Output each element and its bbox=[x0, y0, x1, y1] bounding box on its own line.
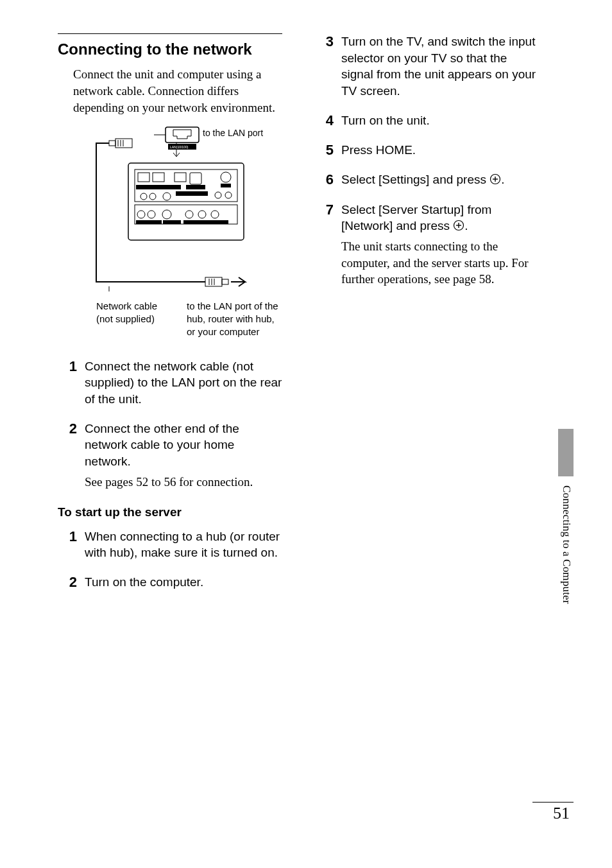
step-text: Connect the network cable (not supplied)… bbox=[85, 358, 282, 408]
steps-startup-a: 1 When connecting to a hub (or router wi… bbox=[58, 528, 282, 591]
ethernet-plug-icon bbox=[205, 277, 228, 286]
svg-rect-34 bbox=[205, 277, 222, 286]
enter-icon bbox=[489, 173, 501, 185]
step-note: The unit starts connecting to the comput… bbox=[341, 238, 539, 288]
svg-point-16 bbox=[225, 192, 232, 198]
step-number: 3 bbox=[314, 33, 341, 100]
svg-rect-29 bbox=[109, 141, 115, 146]
section-title: Connecting to the network bbox=[58, 39, 282, 60]
svg-point-7 bbox=[221, 172, 231, 182]
svg-rect-24 bbox=[163, 220, 181, 224]
step-item: 3 Turn on the TV, and switch the input s… bbox=[314, 33, 539, 100]
svg-point-18 bbox=[148, 211, 155, 218]
enter-icon bbox=[453, 220, 464, 231]
left-column: Connecting to the network Connect the un… bbox=[58, 33, 282, 604]
step-number: 1 bbox=[58, 528, 85, 561]
step-item: 1 When connecting to a hub (or router wi… bbox=[58, 528, 282, 561]
step-item: 5 Press HOME. bbox=[314, 142, 539, 159]
step-item: 2 Turn on the computer. bbox=[58, 574, 282, 591]
svg-point-19 bbox=[162, 210, 171, 219]
svg-rect-4 bbox=[153, 173, 164, 182]
svg-rect-23 bbox=[136, 220, 162, 224]
step-text: Turn on the unit. bbox=[341, 112, 539, 129]
page: Connecting to the network Connect the un… bbox=[0, 0, 612, 868]
svg-rect-3 bbox=[138, 173, 149, 182]
svg-rect-10 bbox=[186, 185, 205, 189]
steps-startup-b: 3 Turn on the TV, and switch the input s… bbox=[314, 33, 539, 288]
svg-point-21 bbox=[198, 211, 206, 218]
svg-rect-5 bbox=[174, 173, 186, 182]
step-text: When connecting to a hub (or router with… bbox=[85, 528, 282, 561]
step-text: Select [Server Startup] from [Network] a… bbox=[341, 202, 539, 288]
step-main: Connect the other end of the network cab… bbox=[85, 422, 239, 468]
ethernet-plug-icon bbox=[109, 139, 132, 148]
diagram-caption-left: Network cable (not supplied) bbox=[96, 300, 174, 339]
step-note: See pages 52 to 56 for connection. bbox=[85, 474, 282, 490]
step-text: Connect the other end of the network cab… bbox=[85, 421, 282, 490]
svg-point-11 bbox=[140, 193, 147, 200]
step-item: 4 Turn on the unit. bbox=[314, 112, 539, 129]
connection-diagram: to the LAN port LAN(10/100) bbox=[77, 125, 282, 338]
svg-point-12 bbox=[149, 193, 156, 200]
step-item: 6 Select [Settings] and press . bbox=[314, 171, 539, 188]
right-column: 3 Turn on the TV, and switch the input s… bbox=[314, 33, 539, 604]
sub-heading: To start up the server bbox=[58, 504, 282, 521]
steps-connection: 1 Connect the network cable (not supplie… bbox=[58, 358, 282, 490]
step-number: 2 bbox=[58, 421, 85, 490]
svg-rect-6 bbox=[190, 173, 201, 184]
lan-chip-label: LAN(10/100) bbox=[170, 145, 189, 149]
step-number: 6 bbox=[314, 171, 341, 188]
diagram-captions: Network cable (not supplied) to the LAN … bbox=[77, 300, 282, 339]
svg-point-20 bbox=[185, 211, 193, 218]
section-tab bbox=[558, 429, 574, 476]
step-number: 1 bbox=[58, 358, 85, 408]
step-number: 4 bbox=[314, 112, 341, 129]
svg-rect-25 bbox=[183, 220, 228, 224]
content-columns: Connecting to the network Connect the un… bbox=[58, 33, 574, 604]
section-side-label: Connecting to a Computer bbox=[559, 483, 574, 604]
lan-port-label: to the LAN port bbox=[203, 128, 263, 138]
svg-point-13 bbox=[163, 193, 171, 200]
svg-point-17 bbox=[137, 211, 145, 218]
svg-rect-14 bbox=[176, 191, 208, 196]
svg-rect-8 bbox=[221, 184, 231, 187]
step-number: 2 bbox=[58, 574, 85, 591]
svg-rect-9 bbox=[136, 185, 181, 189]
section-rule bbox=[58, 33, 282, 34]
step-text-pre: Select [Settings] and press bbox=[341, 173, 489, 186]
diagram-caption-right: to the LAN port of the hub, router with … bbox=[187, 300, 282, 339]
svg-rect-35 bbox=[222, 279, 228, 284]
step-text-post: . bbox=[501, 173, 504, 186]
step-item: 1 Connect the network cable (not supplie… bbox=[58, 358, 282, 408]
step-text: Select [Settings] and press . bbox=[341, 171, 539, 188]
step-number: 5 bbox=[314, 142, 341, 159]
step-item: 7 Select [Server Startup] from [Network]… bbox=[314, 202, 539, 288]
step-number: 7 bbox=[314, 202, 341, 288]
step-text: Press HOME. bbox=[341, 142, 539, 159]
svg-point-22 bbox=[211, 211, 219, 218]
step-text: Turn on the TV, and switch the input sel… bbox=[341, 33, 539, 100]
step-item: 2 Connect the other end of the network c… bbox=[58, 421, 282, 490]
step-text-post: . bbox=[464, 219, 468, 232]
step-text: Turn on the computer. bbox=[85, 574, 282, 591]
svg-point-15 bbox=[215, 192, 221, 198]
page-number: 51 bbox=[553, 802, 570, 824]
step-text-pre: Select [Server Startup] from [Network] a… bbox=[341, 203, 491, 233]
diagram-svg: to the LAN port LAN(10/100) bbox=[77, 125, 282, 291]
section-intro: Connect the unit and computer using a ne… bbox=[73, 66, 282, 116]
